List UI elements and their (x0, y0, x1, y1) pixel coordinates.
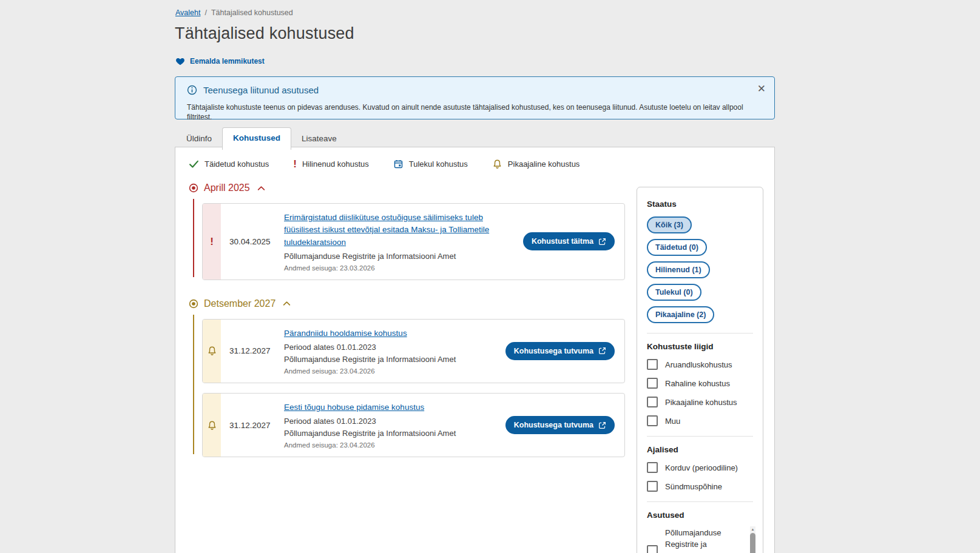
checkbox-rahaline-kohustus[interactable]: Rahaline kohustus (647, 378, 753, 389)
scrollbar-thumb[interactable] (750, 533, 755, 553)
month-marker-icon (189, 183, 198, 193)
legend-item-tulekul: Tulekul kohustus (393, 159, 468, 169)
obligation-card: 31.12.2027 Eesti tõugu hobuse pidamise k… (202, 393, 625, 457)
checkbox-icon[interactable] (647, 481, 658, 492)
obligation-organisation: Põllumajanduse Registrite ja Informatsio… (284, 252, 515, 261)
month-label: Aprill 2025 (204, 183, 250, 193)
checkbox-label: Korduv (perioodiline) (665, 463, 738, 472)
checkbox-icon[interactable] (647, 462, 658, 473)
month-group-header[interactable]: Aprill 2025 (189, 183, 638, 193)
card-status-strip (203, 320, 221, 383)
button-label: Kohustusega tutvuma (514, 421, 593, 429)
obligation-data-asof: Andmed seisuga: 23.04.2026 (284, 367, 497, 375)
month-group-detsember-2027: Detsember 2027 31.12.2027 Pärandniidu ho… (189, 298, 638, 458)
external-link-icon (598, 238, 606, 246)
checkbox-label: Põllumajanduse Registrite ja Informatsio… (665, 528, 746, 553)
tab-bar: Üldinfo Kohustused Lisateave (176, 127, 347, 149)
obligation-details: Eesti tõugu hobuse pidamise kohustus Per… (284, 394, 501, 457)
status-pill-hilinenud[interactable]: Hilinenud (1) (647, 261, 710, 278)
obligation-data-asof: Andmed seisuga: 23.04.2026 (284, 441, 497, 449)
info-banner-title: Teenusega liitunud asutused (203, 85, 319, 95)
breadcrumb-home-link[interactable]: Avaleht (175, 8, 200, 17)
scrollbar-up-arrow-icon[interactable]: ▲ (750, 526, 755, 531)
legend-label: Täidetud kohustus (204, 159, 269, 169)
card-action-area: Kohustusega tutvuma (505, 416, 615, 434)
info-banner: Teenusega liitunud asutused Tähtajaliste… (175, 76, 775, 119)
checkbox-icon[interactable] (647, 378, 658, 389)
info-banner-body: Tähtajaliste kohustuste teenus on pideva… (187, 102, 750, 122)
filter-types-title: Kohustuste liigid (647, 342, 753, 351)
filter-divider (647, 501, 753, 502)
filter-temporal-title: Ajalised (647, 445, 753, 454)
card-status-strip: ! (203, 204, 221, 280)
obligation-title-link[interactable]: Eesti tõugu hobuse pidamise kohustus (284, 403, 424, 412)
checkbox-pikaajaline-kohustus[interactable]: Pikaajaline kohustus (647, 397, 753, 407)
view-obligation-button[interactable]: Kohustusega tutvuma (505, 416, 615, 434)
page-title: Tähtajalised kohustused (175, 24, 354, 43)
heart-icon (175, 56, 185, 65)
filter-divider (647, 436, 753, 437)
obligation-card: ! 30.04.2025 Erimärgistatud diislikütuse… (202, 203, 625, 280)
filter-status-title: Staatus (647, 199, 753, 209)
info-banner-header: Teenusega liitunud asutused (187, 85, 750, 95)
checkbox-pria[interactable]: Põllumajanduse Registrite ja Informatsio… (647, 528, 746, 553)
checkbox-label: Sündmuspõhine (665, 482, 722, 491)
checkbox-aruandluskohustus[interactable]: Aruandluskohustus (647, 359, 753, 370)
obligation-title-link[interactable]: Pärandniidu hooldamise kohustus (284, 329, 407, 338)
bell-icon (207, 346, 217, 356)
checkbox-icon[interactable] (647, 397, 658, 407)
institutions-scrollbar[interactable]: ▲ (750, 526, 755, 553)
status-pill-tulekul[interactable]: Tulekul (0) (647, 284, 701, 301)
breadcrumb-separator: / (204, 8, 206, 17)
obligation-title-link[interactable]: Erimärgistatud diislikütuse ostuõiguse s… (284, 213, 489, 247)
month-group-aprill-2025: Aprill 2025 ! 30.04.2025 Erimärgistatud … (189, 183, 638, 280)
chevron-up-icon (257, 186, 265, 191)
filter-panel: Staatus Kõik (3) Täidetud (0) Hilinenud … (637, 187, 763, 553)
obligation-organisation: Põllumajanduse Registrite ja Informatsio… (284, 355, 497, 364)
checkbox-icon[interactable] (647, 359, 658, 370)
legend-item-pikaajaline: Pikaajaline kohustus (492, 159, 580, 169)
tab-lisateave[interactable]: Lisateave (291, 129, 347, 149)
bell-icon (492, 159, 502, 169)
obligation-data-asof: Andmed seisuga: 23.03.2026 (284, 264, 515, 272)
month-group-header[interactable]: Detsember 2027 (189, 298, 638, 309)
checkbox-muu[interactable]: Muu (647, 415, 753, 426)
check-icon (189, 159, 199, 169)
checkbox-label: Pikaajaline kohustus (665, 398, 737, 407)
remove-favorite-button[interactable]: Eemalda lemmikutest (175, 56, 265, 65)
status-pill-koik[interactable]: Kõik (3) (647, 216, 692, 233)
timeline-connector (193, 199, 194, 277)
timeline-connector (193, 315, 194, 455)
checkbox-icon[interactable] (647, 545, 658, 553)
card-action-area: Kohustust täitma (523, 232, 615, 250)
checkbox-label: Rahaline kohustus (665, 379, 730, 388)
tab-kohustused[interactable]: Kohustused (222, 127, 291, 150)
month-label: Detsember 2027 (204, 298, 275, 309)
status-legend: Täidetud kohustus ! Hilinenud kohustus T… (175, 147, 774, 169)
filter-institutions-title: Asutused (647, 511, 746, 520)
card-status-strip (203, 394, 221, 457)
button-label: Kohustust täitma (532, 237, 593, 246)
fulfil-obligation-button[interactable]: Kohustust täitma (523, 232, 615, 250)
checkbox-korduv[interactable]: Korduv (perioodiline) (647, 462, 753, 473)
obligation-period: Periood alates 01.01.2023 (284, 343, 497, 352)
chevron-up-icon (283, 301, 291, 306)
card-action-area: Kohustusega tutvuma (505, 342, 615, 360)
tab-uldinfo[interactable]: Üldinfo (176, 129, 222, 149)
calendar-icon (393, 159, 404, 169)
status-pill-taidetud[interactable]: Täidetud (0) (647, 239, 707, 256)
view-obligation-button[interactable]: Kohustusega tutvuma (505, 342, 615, 360)
status-pill-pikaajaline[interactable]: Pikaajaline (2) (647, 306, 714, 323)
external-link-icon (598, 347, 606, 355)
button-label: Kohustusega tutvuma (514, 347, 593, 355)
checkbox-icon[interactable] (647, 415, 658, 426)
obligation-due-date: 30.04.2025 (229, 237, 279, 246)
legend-label: Tulekul kohustus (409, 159, 468, 169)
obligation-details: Pärandniidu hooldamise kohustus Periood … (284, 320, 501, 383)
close-icon[interactable]: ✕ (755, 81, 768, 96)
checkbox-sundmuspohine[interactable]: Sündmuspõhine (647, 481, 753, 492)
legend-label: Pikaajaline kohustus (508, 159, 580, 169)
info-icon (187, 85, 197, 95)
status-pill-group: Kõik (3) Täidetud (0) Hilinenud (1) Tule… (647, 216, 753, 323)
obligations-panel: Täidetud kohustus ! Hilinenud kohustus T… (175, 147, 775, 553)
